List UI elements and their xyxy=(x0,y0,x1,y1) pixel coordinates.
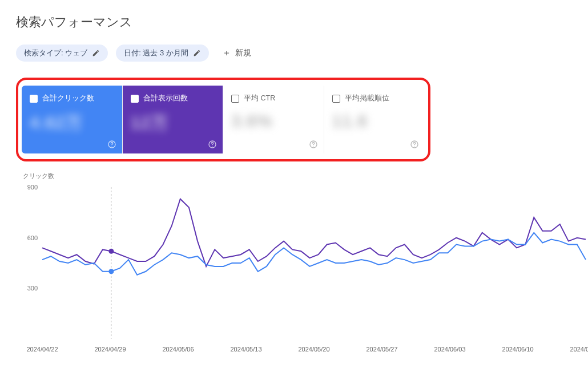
edit-icon xyxy=(193,49,201,57)
x-axis-tick: 2024/05/06 xyxy=(162,346,194,353)
chart-area: クリック数 3006009002024/04/222024/04/292024/… xyxy=(22,172,588,356)
x-axis-tick: 2024/05/20 xyxy=(298,346,329,353)
metric-cards: 合計クリック数 4.62万 合計表示回数 12万 平均 CT xyxy=(22,86,425,153)
search-type-chip[interactable]: 検索タイプ: ウェブ xyxy=(16,45,108,62)
metric-value: 4.62万 xyxy=(30,111,114,135)
metric-value: 12万 xyxy=(131,111,215,135)
date-range-chip[interactable]: 日付: 過去 3 か月間 xyxy=(116,45,209,62)
page-title: 検索パフォーマンス xyxy=(16,14,588,31)
chart-label: クリック数 xyxy=(23,172,588,180)
metric-value: 11.6 xyxy=(332,111,417,131)
filter-bar: 検索タイプ: ウェブ 日付: 過去 3 か月間 新規 xyxy=(16,45,588,62)
x-axis-tick: 2024/04/29 xyxy=(94,346,126,353)
line-impressions xyxy=(42,199,586,266)
help-icon[interactable] xyxy=(410,140,419,149)
svg-point-5 xyxy=(313,146,313,147)
date-range-chip-label: 日付: 過去 3 か月間 xyxy=(124,48,188,58)
y-axis-tick: 600 xyxy=(27,235,38,241)
checkbox-icon xyxy=(131,95,139,103)
x-axis-tick: 2024/05/13 xyxy=(230,346,261,353)
line-clicks xyxy=(42,233,586,275)
help-icon[interactable] xyxy=(107,140,116,149)
performance-chart[interactable]: 3006009002024/04/222024/04/292024/05/062… xyxy=(22,185,588,356)
metric-card-impressions[interactable]: 合計表示回数 12万 xyxy=(123,86,224,153)
checkbox-icon xyxy=(332,95,340,103)
plus-icon xyxy=(223,49,231,57)
svg-point-3 xyxy=(212,146,212,147)
x-axis-tick: 2024/06/03 xyxy=(434,346,465,353)
metric-label: 平均掲載順位 xyxy=(345,94,389,103)
metric-card-clicks[interactable]: 合計クリック数 4.62万 xyxy=(22,86,123,153)
metric-card-ctr[interactable]: 平均 CTR 3.6% xyxy=(223,86,324,153)
y-axis-tick: 300 xyxy=(27,285,38,292)
hover-dot-clicks xyxy=(108,269,114,274)
search-type-chip-label: 検索タイプ: ウェブ xyxy=(24,48,87,58)
edit-icon xyxy=(92,49,100,57)
checkbox-icon xyxy=(231,95,239,103)
help-icon[interactable] xyxy=(309,140,318,149)
highlight-box: 合計クリック数 4.62万 合計表示回数 12万 平均 CT xyxy=(16,78,430,161)
hover-dot-impressions xyxy=(108,249,114,254)
x-axis-tick: 2024/06/17 xyxy=(570,346,588,353)
add-filter-button[interactable]: 新規 xyxy=(217,45,257,62)
checkbox-icon xyxy=(30,95,38,103)
metric-label: 平均 CTR xyxy=(244,94,275,103)
x-axis-tick: 2024/04/22 xyxy=(26,346,58,353)
svg-point-7 xyxy=(414,146,414,147)
x-axis-tick: 2024/05/27 xyxy=(366,346,397,353)
metric-label: 合計クリック数 xyxy=(42,94,94,103)
svg-point-1 xyxy=(111,146,112,147)
metric-label: 合計表示回数 xyxy=(143,94,188,103)
x-axis-tick: 2024/06/10 xyxy=(502,346,533,353)
y-axis-tick: 900 xyxy=(27,185,38,191)
help-icon[interactable] xyxy=(208,140,217,149)
metric-value: 3.6% xyxy=(231,111,316,131)
add-filter-label: 新規 xyxy=(235,48,251,58)
metric-card-position[interactable]: 平均掲載順位 11.6 xyxy=(324,86,425,153)
